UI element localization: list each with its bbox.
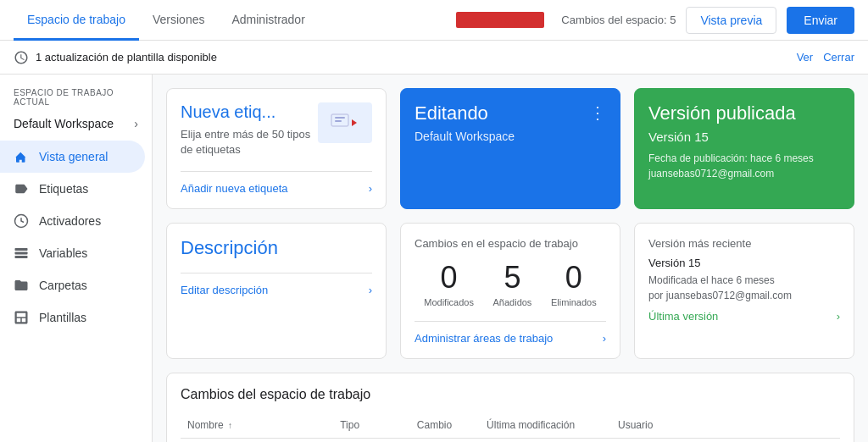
table-row: Clic al menu principal Activador Añadido… bbox=[181, 439, 840, 442]
card-editing-top: Editando ⋮ bbox=[415, 102, 606, 124]
top-navigation: Espacio de trabajo Versiones Administrad… bbox=[0, 0, 868, 41]
sidebar-item-label-templates: Plantillas bbox=[39, 311, 86, 324]
main-content: Nueva etiq... Elija entre más de 50 tipo… bbox=[153, 75, 868, 442]
card-published-title: Versión publicada bbox=[648, 102, 840, 124]
changes-table: Nombre ↑ Tipo Cambio Última modificación… bbox=[181, 412, 840, 442]
changes-count-label: Cambios del espacio: 5 bbox=[561, 14, 676, 26]
card-changes-title: Cambios en el espacio de trabajo bbox=[415, 237, 606, 250]
card-new-tag-action-label: Añadir nueva etiqueta bbox=[181, 182, 287, 195]
card-published-version: Versión 15 bbox=[648, 130, 840, 144]
stat-deleted-num: 0 bbox=[551, 260, 597, 296]
svg-rect-6 bbox=[335, 120, 342, 122]
sidebar-nav: Vista general Etiquetas Activadores Vari… bbox=[0, 141, 152, 334]
banner-ver-link[interactable]: Ver bbox=[797, 51, 814, 64]
more-options-icon[interactable]: ⋮ bbox=[589, 102, 606, 123]
home-icon bbox=[14, 149, 29, 164]
col-user: Usuario bbox=[611, 412, 840, 439]
banner-left: 1 actualización de plantilla disponible bbox=[14, 50, 217, 65]
nav-tabs: Espacio de trabajo Versiones Administrad… bbox=[14, 1, 456, 40]
submit-button[interactable]: Enviar bbox=[787, 7, 854, 34]
update-banner: 1 actualización de plantilla disponible … bbox=[0, 41, 868, 75]
arrow-right-icon-changes: › bbox=[603, 332, 606, 345]
redacted-account: ●●●●●●●●● bbox=[456, 12, 545, 28]
sort-icon: ↑ bbox=[228, 421, 232, 430]
sidebar: ESPACIO DE TRABAJO ACTUAL Default Worksp… bbox=[0, 75, 153, 442]
sidebar-item-templates[interactable]: Plantillas bbox=[0, 301, 145, 334]
sidebar-item-variables[interactable]: Variables bbox=[0, 237, 145, 269]
svg-rect-1 bbox=[15, 248, 28, 251]
card-description-action-label: Editar descripción bbox=[181, 284, 268, 296]
row-last-modified: hace 3 meses bbox=[480, 439, 611, 442]
table-body: Clic al menu principal Activador Añadido… bbox=[181, 439, 840, 442]
arrow-right-icon-version: › bbox=[837, 310, 840, 323]
stat-added: 5 Añadidos bbox=[493, 260, 532, 307]
banner-cerrar-link[interactable]: Cerrar bbox=[823, 51, 854, 64]
sidebar-item-tags[interactable]: Etiquetas bbox=[0, 173, 145, 205]
banner-right: Ver Cerrar bbox=[797, 51, 854, 64]
changes-table-section: Cambios del espacio de trabajo Nombre ↑ … bbox=[166, 373, 854, 442]
sidebar-item-label-triggers: Activadores bbox=[39, 214, 101, 228]
chevron-right-icon: › bbox=[134, 117, 138, 130]
row-type: Activador bbox=[333, 439, 410, 442]
arrow-right-icon: › bbox=[369, 182, 372, 195]
card-editing: Editando ⋮ Default Workspace bbox=[400, 88, 620, 209]
col-change: Cambio bbox=[410, 412, 480, 439]
stat-deleted: 0 Eliminados bbox=[551, 260, 597, 307]
card-version-recent-detail: Modificada el hace 6 meses por juansebas… bbox=[648, 273, 840, 303]
cards-row-top: Nueva etiq... Elija entre más de 50 tipo… bbox=[166, 88, 854, 209]
workspace-selector[interactable]: Default Workspace › bbox=[0, 110, 152, 137]
tab-versions[interactable]: Versiones bbox=[139, 1, 218, 41]
svg-rect-3 bbox=[15, 256, 28, 258]
stat-modified: 0 Modificados bbox=[424, 260, 474, 307]
card-changes-action-label: Administrar áreas de trabajo bbox=[415, 332, 553, 345]
svg-rect-2 bbox=[15, 252, 28, 255]
sidebar-item-label-folders: Carpetas bbox=[39, 279, 87, 292]
card-changes-action[interactable]: Administrar áreas de trabajo › bbox=[415, 321, 606, 345]
sidebar-item-label-variables: Variables bbox=[39, 246, 87, 260]
row-user: juansebas0712@gmail.com ⋮ bbox=[611, 439, 840, 442]
stat-deleted-label: Eliminados bbox=[551, 297, 597, 307]
row-name[interactable]: Clic al menu principal bbox=[181, 439, 333, 442]
tag-icon-box bbox=[318, 102, 372, 143]
changes-table-title: Cambios del espacio de trabajo bbox=[181, 387, 840, 402]
sidebar-item-triggers[interactable]: Activadores bbox=[0, 205, 145, 237]
card-version-recent: Versión más reciente Versión 15 Modifica… bbox=[634, 223, 854, 359]
cards-row-bottom: Descripción Editar descripción › Cambios… bbox=[166, 223, 854, 359]
tab-admin[interactable]: Administrador bbox=[218, 1, 318, 41]
card-published: Versión publicada Versión 15 Fecha de pu… bbox=[634, 88, 854, 209]
sidebar-item-label-tags: Etiquetas bbox=[39, 182, 88, 196]
card-published-info: Fecha de publicación: hace 6 meses juans… bbox=[648, 151, 840, 181]
card-editing-subtitle: Default Workspace bbox=[415, 130, 606, 143]
row-change: Añadido bbox=[410, 439, 480, 442]
col-type: Tipo bbox=[333, 412, 410, 439]
card-editing-title: Editando bbox=[415, 102, 488, 124]
card-version-recent-title: Versión más reciente bbox=[648, 237, 840, 250]
arrow-right-icon-desc: › bbox=[369, 284, 372, 296]
sidebar-item-label-overview: Vista general bbox=[39, 150, 108, 163]
card-description-action[interactable]: Editar descripción › bbox=[181, 273, 372, 296]
trigger-icon bbox=[14, 213, 29, 229]
sidebar-item-overview[interactable]: Vista general bbox=[0, 141, 145, 173]
card-new-tag-action[interactable]: Añadir nueva etiqueta › bbox=[181, 171, 372, 195]
card-workspace-changes: Cambios en el espacio de trabajo 0 Modif… bbox=[400, 223, 620, 359]
preview-button[interactable]: Vista previa bbox=[686, 7, 776, 34]
main-layout: ESPACIO DE TRABAJO ACTUAL Default Worksp… bbox=[0, 75, 868, 442]
tab-workspace[interactable]: Espacio de trabajo bbox=[14, 1, 139, 41]
workspace-name: Default Workspace bbox=[14, 117, 114, 130]
variable-icon bbox=[14, 246, 29, 261]
template-icon bbox=[14, 310, 29, 325]
changes-stats: 0 Modificados 5 Añadidos 0 Eliminados bbox=[415, 260, 606, 307]
stat-added-num: 5 bbox=[493, 260, 532, 296]
svg-marker-7 bbox=[352, 119, 357, 126]
banner-message: 1 actualización de plantilla disponible bbox=[36, 51, 217, 64]
workspace-label: ESPACIO DE TRABAJO ACTUAL bbox=[0, 81, 152, 110]
col-last-modified: Última modificación bbox=[480, 412, 611, 439]
clock-icon bbox=[14, 50, 29, 65]
card-version-recent-link[interactable]: Última versión › bbox=[648, 310, 840, 323]
sidebar-item-folders[interactable]: Carpetas bbox=[0, 269, 145, 301]
table-header: Nombre ↑ Tipo Cambio Última modificación… bbox=[181, 412, 840, 439]
card-icon-area bbox=[318, 102, 372, 143]
folder-icon bbox=[14, 278, 29, 293]
stat-modified-num: 0 bbox=[424, 260, 474, 296]
stat-added-label: Añadidos bbox=[493, 297, 532, 307]
